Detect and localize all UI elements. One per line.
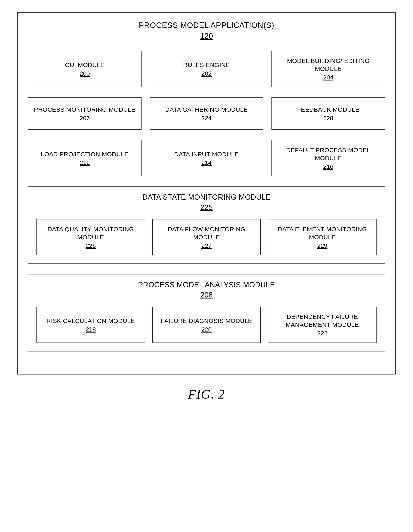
outer-title: PROCESS MODEL APPLICATION(S) — [28, 21, 385, 30]
process-analysis-grid: RISK CALCULATION MODULE 218 FAILURE DIAG… — [37, 307, 376, 343]
process-analysis-title: PROCESS MODEL ANALYSIS MODULE — [37, 281, 376, 289]
process-analysis-container: PROCESS MODEL ANALYSIS MODULE 208 RISK C… — [28, 274, 385, 352]
data-state-number: 225 — [37, 203, 376, 212]
module-failure-diagnosis: FAILURE DIAGNOSIS MODULE 220 — [152, 307, 261, 343]
data-state-grid: DATA QUALITY MONITORING MODULE 226 DATA … — [37, 219, 376, 255]
module-data-quality: DATA QUALITY MONITORING MODULE 226 — [37, 219, 145, 255]
module-data-input: DATA INPUT MODULE 214 — [150, 140, 263, 176]
outer-container: PROCESS MODEL APPLICATION(S) 120 GUI MOD… — [17, 12, 396, 374]
module-data-element: DATA ELEMENT MONITORING MODULE 229 — [268, 219, 376, 255]
module-process-monitoring: PROCESS MONITORING MODULE 206 — [28, 97, 141, 130]
module-default-process: DEFAULT PROCESS MODEL MODULE 216 — [272, 140, 385, 176]
module-risk-calc: RISK CALCULATION MODULE 218 — [37, 307, 145, 343]
module-dependency-failure: DEPENDENCY FAILURE MANAGEMENT MODULE 222 — [268, 307, 376, 343]
top-row-grid: GUI MODULE 200 RULES ENGINE 202 MODEL BU… — [28, 51, 385, 87]
data-state-container: DATA STATE MONITORING MODULE 225 DATA QU… — [28, 186, 385, 264]
module-gui: GUI MODULE 200 — [28, 51, 141, 87]
figure-caption: FIG. 2 — [188, 387, 225, 402]
module-data-gathering: DATA GATHERING MODULE 224 — [150, 97, 263, 130]
data-state-title: DATA STATE MONITORING MODULE — [37, 193, 376, 201]
module-feedback: FEEDBACK MODULE 228 — [272, 97, 385, 130]
module-data-flow: DATA FLOW MONITORING MODULE 227 — [152, 219, 261, 255]
module-model-building: MODEL BUILDING/ EDITING MODULE 204 — [272, 51, 385, 87]
third-row-grid: LOAD PROJECTION MODULE 212 DATA INPUT MO… — [28, 140, 385, 176]
module-rules-engine: RULES ENGINE 202 — [150, 51, 263, 87]
outer-title-number: 120 — [28, 32, 385, 40]
process-analysis-number: 208 — [37, 291, 376, 299]
middle-row-grid: PROCESS MONITORING MODULE 206 DATA GATHE… — [28, 97, 385, 130]
module-load-projection: LOAD PROJECTION MODULE 212 — [28, 140, 141, 176]
